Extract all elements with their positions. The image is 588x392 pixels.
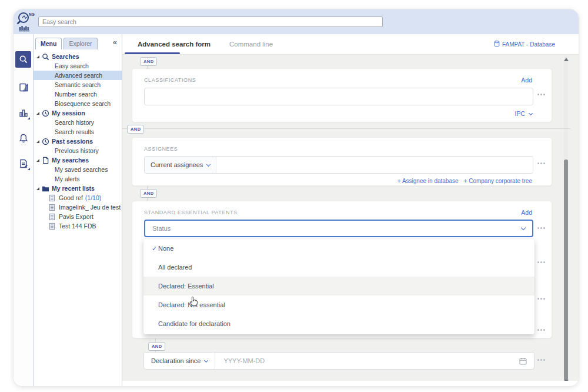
calendar-icon[interactable] [519,357,527,365]
more-options-button[interactable] [537,259,546,265]
declaration-type-dropdown[interactable]: Declaration since [144,353,215,369]
main-panel: Advanced search form Command line FAMPAT… [122,34,579,387]
search-icon[interactable] [15,51,31,68]
option-all-declared[interactable]: All declared [143,258,534,277]
database-selector[interactable]: FAMPAT - Database [494,41,555,48]
chevron-down-icon [204,358,208,362]
tab-advanced-search-form[interactable]: Advanced search form [138,41,211,48]
and-connector[interactable]: AND [127,125,144,134]
tree-item-biosequence-search[interactable]: Biosequence search [34,99,122,108]
tab-menu[interactable]: Menu [35,38,62,49]
company-corporate-tree-link[interactable]: + Company corporate tree [464,178,532,184]
expander-icon[interactable] [36,55,39,58]
option-declared-not-essential[interactable]: Declared: Not essential [143,295,534,314]
tree-item-previous-history[interactable]: Previous history [34,146,122,155]
assignees-section: ASSIGNEES Current assignees + Assignee i… [132,137,552,186]
add-sep-link[interactable]: Add [521,209,532,216]
declaration-date-row: Declaration since YYYY-MM-DD [143,352,534,370]
more-options-button[interactable] [537,160,546,166]
and-connector[interactable]: AND [140,189,157,198]
more-options-button[interactable] [537,91,546,97]
tree-item-imagelink-jeu-de-test-qu[interactable]: Imagelink_ Jeu de test qu [34,202,122,212]
classifications-input-box [144,88,533,105]
classifications-input[interactable] [145,88,533,105]
expander-icon[interactable] [36,187,39,190]
window-bottom-edge [122,381,579,387]
tree-item-label: Easy search [55,62,89,69]
assignee-type-dropdown[interactable]: Current assignees [145,157,216,173]
nav-tree: SearchesEasy searchAdvanced searchSemant… [34,49,122,231]
sep-status-select[interactable]: Status [144,220,533,237]
tree-item-label: Search results [55,128,94,135]
connector-line [122,128,570,129]
database-icon [494,41,500,48]
option-label: None [158,245,173,252]
classification-scheme-selector[interactable]: IPC [514,110,532,117]
chevron-down-icon [521,225,526,230]
assignee-type-value: Current assignees [151,161,203,168]
app-logo-icon[interactable]: NG [14,11,37,32]
active-tab-underline [125,52,180,54]
item-count-badge: (1/10) [85,193,101,202]
tree-item-search-history[interactable]: Search history [34,118,122,127]
analytics-icon[interactable] [18,108,29,118]
tree-item-my-alerts[interactable]: My alerts [34,174,122,184]
clock-icon [42,138,49,145]
date-input[interactable]: YYYY-MM-DD [215,357,519,364]
scroll-up-arrow-icon[interactable] [564,58,569,61]
tree-item-number-search[interactable]: Number search [34,89,122,99]
tree-group-searches[interactable]: Searches [34,52,122,61]
folder-icon [42,185,49,192]
add-classification-link[interactable]: Add [521,77,532,84]
tree-item-label: Imagelink_ Jeu de test qu [59,202,122,212]
tree-item-label: Semantic search [55,81,101,88]
tree-item-label: Pavis Export [59,212,93,221]
more-options-button[interactable] [537,357,546,363]
tree-item-search-results[interactable]: Search results [34,127,122,137]
more-options-button[interactable] [537,295,546,301]
tree-item-semantic-search[interactable]: Semantic search [34,80,122,89]
tree-item-test-144-fdb[interactable]: Test 144 FDB [34,221,122,231]
submenu-arrow-icon [28,117,30,119]
list-icon [48,194,56,202]
option-label: Candidate for declaration [158,320,230,327]
tree-group-my-searches[interactable]: My searches [34,155,122,165]
easy-search-input[interactable] [38,16,383,27]
tree-item-label: My alerts [55,175,80,182]
assignee-in-database-link[interactable]: + Assignee in database [397,178,459,184]
option-none[interactable]: ✓None [143,239,534,258]
tree-group-my-session[interactable]: My session [34,108,122,118]
option-candidate-for-declaration[interactable]: Candidate for declaration [143,314,534,333]
tree-item-advanced-search[interactable]: Advanced search [34,71,122,80]
scheme-label: IPC [514,110,525,117]
expander-icon[interactable] [36,140,39,143]
tree-item-label: Advanced search [55,72,102,79]
export-icon[interactable] [18,158,29,169]
tree-item-good-ref[interactable]: Good ref(1/10) [34,193,122,202]
and-connector[interactable]: AND [140,57,157,66]
notifications-icon[interactable] [18,133,29,144]
option-declared-essential[interactable]: Declared: Essential [143,277,534,295]
tree-group-past-sessions[interactable]: Past sessions [34,137,122,146]
main-header: Advanced search form Command line FAMPAT… [122,34,579,55]
expander-icon[interactable] [36,159,39,162]
tree-item-my-saved-searches[interactable]: My saved searches [34,165,122,174]
list-icon [48,222,56,230]
tab-explorer[interactable]: Explorer [64,38,97,49]
more-options-button[interactable] [537,225,546,231]
more-options-button[interactable] [537,327,546,333]
submenu-arrow-icon [28,168,30,170]
tree-group-my-recent-lists[interactable]: My recent lists [34,184,122,193]
tree-item-pavis-export[interactable]: Pavis Export [34,212,122,221]
expander-icon[interactable] [36,112,39,115]
topbar: NG [14,9,579,34]
and-connector[interactable]: AND [148,342,165,351]
section-label: STANDARD ESSENTIAL PATENTS [144,210,238,215]
scrollbar-thumb[interactable] [564,160,568,380]
collapse-sidebar-icon[interactable]: « [113,38,117,46]
tab-command-line[interactable]: Command line [229,41,273,48]
classifications-section: CLASSIFICATIONS Add IPC [132,68,552,122]
reports-icon[interactable] [18,82,29,93]
tree-item-easy-search[interactable]: Easy search [34,61,122,71]
assignees-input[interactable] [216,157,533,173]
